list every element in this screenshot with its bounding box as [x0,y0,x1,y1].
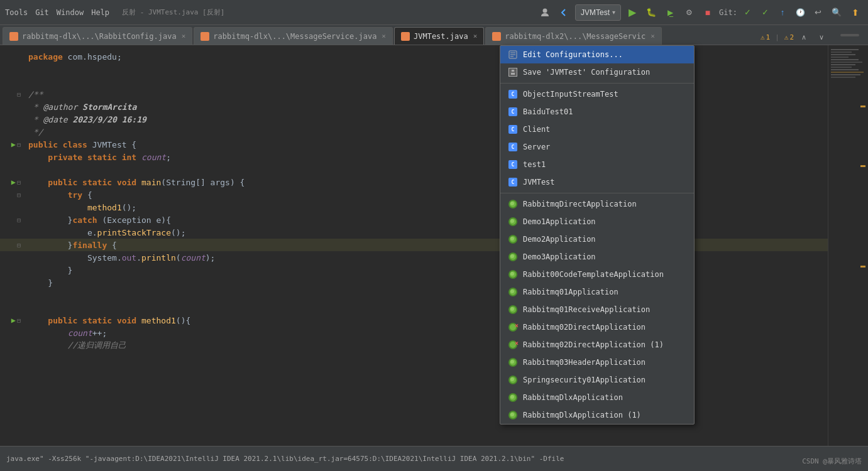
tab-messageservic2[interactable]: rabbitmq-dlx2\...\MessageServic × [485,27,662,45]
tab-close-messageservic2[interactable]: × [651,32,655,40]
menu-item-rabbit02direct1[interactable]: Rabbitmq02DirectApplication (1) [500,336,694,354]
menu-label-rabbit00: Rabbit00CodeTemplateApplication [523,270,664,279]
expand-btn[interactable]: ∧ [796,30,811,45]
menu-item-edit-configs[interactable]: Edit Configurations... [500,46,694,63]
tab-jvmtest[interactable]: JVMTest.java × [394,27,484,45]
git-history-btn[interactable]: 🕐 [793,5,808,20]
git-checkmark2[interactable]: ✓ [757,5,772,20]
menu-item-demo2[interactable]: Demo2Application [500,230,694,248]
git-checkmark1[interactable]: ✓ [740,5,755,20]
menu-item-rabbit00[interactable]: Rabbit00CodeTemplateApplication [500,266,694,283]
menu-label-jvmtest: JVMTest [523,178,555,187]
stop-button[interactable]: ■ [700,5,715,20]
back-btn[interactable] [556,5,571,20]
run-config-label: JVMTest [581,8,610,17]
coverage-button[interactable]: ▶̲ [662,5,678,20]
menu-item-rabbitmqdlx1[interactable]: RabbitmqDlxApplication (1) [500,406,694,424]
menu-label-rabbitmqdlx1: RabbitmqDlxApplication (1) [523,411,641,420]
menu-item-springsecurity[interactable]: Springsecurity01Application [500,371,694,389]
spring-icon-inner-8 [508,358,517,367]
right-panel [828,45,868,446]
menu-item-rabbitmqdlx[interactable]: RabbitmqDlxApplication [500,389,694,406]
line-content-14: }catch (Exception e){ [28,215,823,225]
gutter-22: ▶ ⊟ [0,316,28,325]
code-line-5: * @author StormArcita [0,100,828,113]
gutter-4: ⊟ [0,91,28,98]
menu-item-rabbit03header[interactable]: Rabbitmq03HeaderApplication [500,354,694,371]
code-editor[interactable]: package com.hspedu; ⊟ /** [0,45,828,446]
code-line-6: * @date 2023/9/20 16:19 [0,113,828,126]
svg-rect-7 [511,73,515,75]
line-content-1: package com.hspedu; [28,52,823,62]
tab-rabbitconfig[interactable]: rabbitmq-dlx\...\RabbitConfig.java × [3,27,192,45]
line-content-22: public static void method1(){ [28,316,823,325]
menu-git[interactable]: Git [35,8,49,17]
menu-label-rabbit02direct: Rabbitmq02DirectApplication [523,323,646,332]
class-icon-jvmtest-inner: C [508,178,517,187]
class-icon-client: C [508,124,518,134]
spring-icon-error-inner-1 [508,323,517,332]
spring-icon-rabbitmqdirect [508,199,518,209]
tab-icon-messageservice [201,32,209,41]
menu-item-rabbitmqdirect[interactable]: RabbitmqDirectApplication [500,195,694,213]
code-line-9: private static int count; [0,151,828,163]
menu-help[interactable]: Help [91,8,109,17]
tab-label-jvmtest: JVMTest.java [414,32,468,41]
menu-tools[interactable]: Tools [5,8,28,17]
menu-item-demo3[interactable]: Demo3Application [500,248,694,266]
line-content-8: public class JVMTest { [28,140,823,149]
spring-icon-rabbit03header [508,357,518,367]
more-run-btn[interactable]: ⚙ [681,5,696,20]
toolbar-actions: JVMTest ▾ ▶ 🐛 ▶̲ ⚙ ■ Git: ✓ ✓ ↑ 🕐 ↩ 🔍 ⬆ [537,4,863,21]
menu-item-client[interactable]: C Client [500,121,694,138]
tab-close-jvmtest[interactable]: × [473,32,478,40]
window-title: 反射 - JVMTest.java [反射] [122,8,224,17]
run-config-button[interactable]: JVMTest ▾ [575,4,621,21]
code-content: package com.hspedu; ⊟ /** [0,45,828,357]
menu-label-objectinput: ObjectInputStreamTest [523,90,618,99]
gutter-8: ▶ ⊟ [0,140,28,149]
menu-item-jvmtest[interactable]: C JVMTest [500,173,694,191]
svg-rect-6 [512,70,514,72]
menu-item-save-config[interactable]: Save 'JVMTest' Configuration [500,63,694,81]
git-revert-btn[interactable]: ↩ [810,5,825,20]
minimap-marker-3 [860,266,865,268]
gutter-11: ▶ ⊟ [0,178,28,187]
tab-close-rabbitconfig[interactable]: × [182,32,186,40]
minimap-marker-2 [860,165,865,167]
tab-messageservice[interactable]: rabbitmq-dlx\...\MessageService.java × [194,27,393,45]
git-push-btn[interactable]: ↑ [775,5,790,20]
menu-item-rabbit02direct[interactable]: Rabbitmq02DirectApplication [500,318,694,336]
menu-item-server[interactable]: C Server [500,138,694,156]
line-content-11: public static void main(String[] args) { [28,178,823,187]
save-icon-inner [508,68,517,77]
class-icon-baidu-inner: C [508,107,517,116]
code-line-11: ▶ ⊟ public static void main(String[] arg… [0,176,828,188]
search-btn[interactable]: 🔍 [829,5,844,20]
menu-label-rabbit01: Rabbitmq01Application [523,288,618,296]
menu-window[interactable]: Window [57,8,84,17]
menu-item-objectinput[interactable]: C ObjectInputStreamTest [500,85,694,103]
class-icon-server-inner: C [508,143,517,151]
tab-icon-messageservic2 [492,32,501,41]
class-icon-test1: C [508,160,518,170]
menu-item-test1[interactable]: C test1 [500,156,694,173]
run-button[interactable]: ▶ [625,5,640,20]
save-config-icon [508,67,518,77]
spring-icon-springsecurity [508,375,518,385]
spring-icon-rabbitmqdlx1 [508,410,518,420]
tab-close-messageservice[interactable]: × [382,32,386,40]
debug-button[interactable]: 🐛 [644,5,659,20]
menu-item-rabbit01receive[interactable]: Rabbitmq01ReceiveApplication [500,301,694,318]
code-line-24: //递归调用自己 [0,339,828,352]
menu-item-rabbit01[interactable]: Rabbitmq01Application [500,283,694,301]
collapse-btn[interactable]: ∨ [814,30,829,45]
menu-item-demo1[interactable]: Demo1Application [500,213,694,230]
class-icon-test1-inner: C [508,160,517,169]
spring-icon-inner-10 [508,393,517,402]
line-content-9: private static int count; [28,153,823,162]
user-icon-btn[interactable] [537,5,552,20]
menu-item-baidutest[interactable]: C BaiduTest01 [500,103,694,121]
update-btn[interactable]: ⬆ [848,5,863,20]
line-content-7: */ [28,127,823,137]
